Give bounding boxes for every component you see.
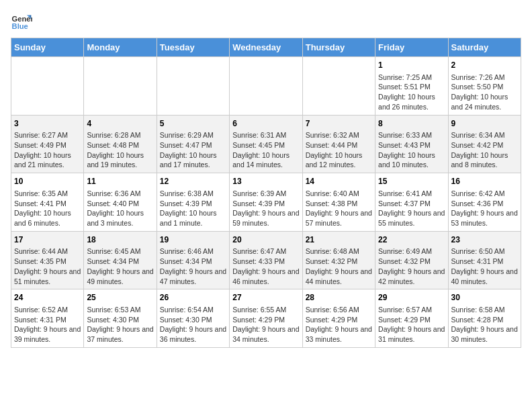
calendar-cell: 22Sunrise: 6:49 AMSunset: 4:32 PMDayligh… (375, 231, 448, 289)
day-info: Sunrise: 6:29 AMSunset: 4:47 PMDaylight:… (160, 130, 226, 170)
day-number: 29 (378, 292, 445, 304)
day-info: Sunrise: 6:49 AMSunset: 4:32 PMDaylight:… (378, 246, 445, 286)
day-number: 30 (451, 292, 518, 304)
day-info: Sunrise: 6:45 AMSunset: 4:34 PMDaylight:… (87, 246, 153, 286)
day-info: Sunrise: 6:28 AMSunset: 4:48 PMDaylight:… (87, 130, 153, 170)
weekday-header-monday: Monday (84, 38, 157, 57)
day-number: 4 (87, 118, 153, 130)
calendar-cell: 6Sunrise: 6:31 AMSunset: 4:45 PMDaylight… (230, 115, 302, 173)
calendar-cell: 24Sunrise: 6:52 AMSunset: 4:31 PMDayligh… (11, 289, 84, 348)
calendar-cell: 27Sunrise: 6:55 AMSunset: 4:29 PMDayligh… (230, 289, 302, 348)
calendar-cell (302, 57, 375, 116)
day-number: 24 (14, 292, 81, 304)
calendar-cell: 9Sunrise: 6:34 AMSunset: 4:42 PMDaylight… (448, 115, 521, 173)
day-number: 1 (378, 60, 445, 71)
day-info: Sunrise: 6:56 AMSunset: 4:29 PMDaylight:… (306, 305, 372, 345)
calendar-cell: 20Sunrise: 6:47 AMSunset: 4:33 PMDayligh… (230, 231, 302, 289)
day-number: 8 (378, 118, 445, 130)
calendar-cell: 19Sunrise: 6:46 AMSunset: 4:34 PMDayligh… (157, 231, 229, 289)
day-info: Sunrise: 7:26 AMSunset: 5:50 PMDaylight:… (451, 73, 518, 112)
day-info: Sunrise: 6:42 AMSunset: 4:36 PMDaylight:… (451, 189, 518, 228)
day-info: Sunrise: 6:46 AMSunset: 4:34 PMDaylight:… (160, 246, 226, 286)
calendar-cell (11, 57, 84, 116)
calendar-cell: 30Sunrise: 6:58 AMSunset: 4:28 PMDayligh… (448, 289, 521, 348)
day-number: 12 (160, 176, 226, 187)
day-number: 13 (232, 176, 299, 187)
day-info: Sunrise: 6:27 AMSunset: 4:49 PMDaylight:… (14, 130, 81, 170)
calendar-cell (84, 57, 157, 116)
day-info: Sunrise: 6:52 AMSunset: 4:31 PMDaylight:… (14, 305, 81, 345)
day-info: Sunrise: 6:41 AMSunset: 4:37 PMDaylight:… (378, 189, 445, 228)
calendar-cell: 11Sunrise: 6:36 AMSunset: 4:40 PMDayligh… (84, 173, 157, 232)
day-number: 6 (232, 118, 299, 130)
calendar-cell: 8Sunrise: 6:33 AMSunset: 4:43 PMDaylight… (375, 115, 448, 173)
calendar-cell: 7Sunrise: 6:32 AMSunset: 4:44 PMDaylight… (302, 115, 375, 173)
calendar-cell: 21Sunrise: 6:48 AMSunset: 4:32 PMDayligh… (302, 231, 375, 289)
day-number: 27 (232, 292, 299, 304)
day-number: 22 (378, 234, 445, 246)
calendar-cell: 1Sunrise: 7:25 AMSunset: 5:51 PMDaylight… (375, 57, 448, 116)
week-row-4: 17Sunrise: 6:44 AMSunset: 4:35 PMDayligh… (11, 231, 521, 289)
day-info: Sunrise: 6:38 AMSunset: 4:39 PMDaylight:… (160, 189, 226, 228)
day-info: Sunrise: 6:40 AMSunset: 4:38 PMDaylight:… (306, 189, 372, 228)
day-number: 2 (451, 60, 518, 71)
logo: General Blue (11, 11, 35, 32)
day-info: Sunrise: 6:50 AMSunset: 4:31 PMDaylight:… (451, 246, 518, 286)
weekday-header-tuesday: Tuesday (157, 38, 229, 57)
day-number: 23 (451, 234, 518, 246)
day-number: 5 (160, 118, 226, 130)
day-info: Sunrise: 6:36 AMSunset: 4:40 PMDaylight:… (87, 189, 153, 228)
page-header: General Blue (11, 11, 521, 32)
calendar-cell: 16Sunrise: 6:42 AMSunset: 4:36 PMDayligh… (448, 173, 521, 232)
day-info: Sunrise: 6:39 AMSunset: 4:39 PMDaylight:… (232, 189, 299, 228)
calendar-cell: 28Sunrise: 6:56 AMSunset: 4:29 PMDayligh… (302, 289, 375, 348)
day-number: 19 (160, 234, 226, 246)
calendar-cell: 26Sunrise: 6:54 AMSunset: 4:30 PMDayligh… (157, 289, 229, 348)
week-row-5: 24Sunrise: 6:52 AMSunset: 4:31 PMDayligh… (11, 289, 521, 348)
calendar-cell: 3Sunrise: 6:27 AMSunset: 4:49 PMDaylight… (11, 115, 84, 173)
day-number: 17 (14, 234, 81, 246)
day-number: 11 (87, 176, 153, 187)
calendar-cell: 14Sunrise: 6:40 AMSunset: 4:38 PMDayligh… (302, 173, 375, 232)
day-info: Sunrise: 6:47 AMSunset: 4:33 PMDaylight:… (232, 246, 299, 286)
calendar-cell (157, 57, 229, 116)
calendar-cell: 15Sunrise: 6:41 AMSunset: 4:37 PMDayligh… (375, 173, 448, 232)
week-row-2: 3Sunrise: 6:27 AMSunset: 4:49 PMDaylight… (11, 115, 521, 173)
calendar-cell: 12Sunrise: 6:38 AMSunset: 4:39 PMDayligh… (157, 173, 229, 232)
weekday-header-saturday: Saturday (448, 38, 521, 57)
calendar-cell: 10Sunrise: 6:35 AMSunset: 4:41 PMDayligh… (11, 173, 84, 232)
day-info: Sunrise: 6:48 AMSunset: 4:32 PMDaylight:… (306, 246, 372, 286)
day-info: Sunrise: 6:31 AMSunset: 4:45 PMDaylight:… (232, 130, 299, 170)
calendar-cell: 17Sunrise: 6:44 AMSunset: 4:35 PMDayligh… (11, 231, 84, 289)
day-info: Sunrise: 6:44 AMSunset: 4:35 PMDaylight:… (14, 246, 81, 286)
day-number: 25 (87, 292, 153, 304)
day-info: Sunrise: 6:58 AMSunset: 4:28 PMDaylight:… (451, 305, 518, 345)
svg-text:Blue: Blue (12, 22, 28, 30)
calendar-cell: 2Sunrise: 7:26 AMSunset: 5:50 PMDaylight… (448, 57, 521, 116)
day-number: 26 (160, 292, 226, 304)
calendar-cell: 13Sunrise: 6:39 AMSunset: 4:39 PMDayligh… (230, 173, 302, 232)
day-info: Sunrise: 6:32 AMSunset: 4:44 PMDaylight:… (306, 130, 372, 170)
day-info: Sunrise: 6:55 AMSunset: 4:29 PMDaylight:… (232, 305, 299, 345)
calendar-cell: 25Sunrise: 6:53 AMSunset: 4:30 PMDayligh… (84, 289, 157, 348)
day-number: 3 (14, 118, 81, 130)
day-info: Sunrise: 6:57 AMSunset: 4:29 PMDaylight:… (378, 305, 445, 345)
calendar-table: SundayMondayTuesdayWednesdayThursdayFrid… (11, 38, 521, 348)
day-number: 20 (232, 234, 299, 246)
weekday-header-wednesday: Wednesday (230, 38, 302, 57)
calendar-cell: 29Sunrise: 6:57 AMSunset: 4:29 PMDayligh… (375, 289, 448, 348)
calendar-cell: 5Sunrise: 6:29 AMSunset: 4:47 PMDaylight… (157, 115, 229, 173)
day-number: 14 (306, 176, 372, 187)
day-info: Sunrise: 6:33 AMSunset: 4:43 PMDaylight:… (378, 130, 445, 170)
day-number: 21 (306, 234, 372, 246)
week-row-3: 10Sunrise: 6:35 AMSunset: 4:41 PMDayligh… (11, 173, 521, 232)
weekday-header-sunday: Sunday (11, 38, 84, 57)
day-info: Sunrise: 6:53 AMSunset: 4:30 PMDaylight:… (87, 305, 153, 345)
calendar-cell: 4Sunrise: 6:28 AMSunset: 4:48 PMDaylight… (84, 115, 157, 173)
calendar-cell: 18Sunrise: 6:45 AMSunset: 4:34 PMDayligh… (84, 231, 157, 289)
day-number: 10 (14, 176, 81, 187)
week-row-1: 1Sunrise: 7:25 AMSunset: 5:51 PMDaylight… (11, 57, 521, 116)
day-number: 16 (451, 176, 518, 187)
day-info: Sunrise: 6:34 AMSunset: 4:42 PMDaylight:… (451, 130, 518, 170)
day-number: 18 (87, 234, 153, 246)
